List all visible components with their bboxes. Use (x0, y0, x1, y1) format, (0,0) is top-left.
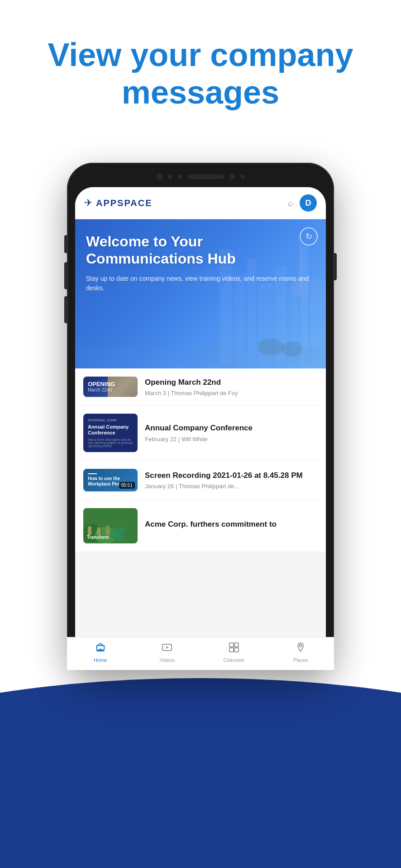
thumb-date-opening: March 22nd (88, 387, 115, 392)
camera-front (229, 174, 235, 179)
feed-item-title: Screen Recording 2021-01-26 at 8.45.28 P… (145, 471, 318, 480)
svg-rect-19 (97, 527, 100, 535)
feed-item-info: Acme Corp. furthers commitment to (145, 519, 318, 532)
nav-label-home: Home (94, 657, 107, 662)
earpiece (188, 175, 224, 179)
mute-button (64, 235, 67, 253)
svg-rect-28 (229, 648, 234, 652)
bottom-nav: Home Videos (75, 637, 326, 662)
feed-item-info: Screen Recording 2021-01-26 at 8.45.28 P… (145, 471, 318, 490)
feed-thumbnail-transform: Transform (83, 508, 138, 543)
phone-body: ✈ APPSPACE ⌕ D (67, 163, 334, 670)
app-logo-text: APPSPACE (96, 198, 153, 208)
phone-screen: ✈ APPSPACE ⌕ D (75, 187, 326, 662)
svg-rect-18 (88, 526, 91, 535)
app-header: ✈ APPSPACE ⌕ D (75, 187, 326, 219)
feed-item-title: Opening March 22nd (145, 377, 318, 387)
hero-title: Welcome to Your Communications Hub (86, 233, 315, 268)
home-icon (95, 642, 106, 656)
svg-rect-20 (106, 525, 110, 535)
volume-up-button (64, 262, 67, 289)
volume-down-button (64, 296, 67, 323)
user-avatar[interactable]: D (300, 194, 317, 212)
places-icon (295, 642, 306, 656)
search-icon[interactable]: ⌕ (288, 198, 293, 208)
header-actions: ⌕ D (288, 194, 317, 212)
svg-rect-26 (229, 643, 234, 647)
feed-item-meta: January 26 | Thomas Philippart de... (145, 483, 318, 490)
feed-item-meta: February 22 | Will White (145, 436, 318, 443)
sensor-mid (178, 175, 182, 179)
feed-item-info: Annual Company Conference February 22 | … (145, 423, 318, 442)
svg-point-30 (300, 645, 302, 647)
camera-left (156, 174, 162, 180)
hero-banner: ↻ Welcome to Your Communications Hub Sta… (75, 219, 326, 368)
channels-icon (229, 642, 239, 656)
thumb-conference-title: Annual Company Conference (88, 424, 133, 436)
thumb-label-opening: OPENING (88, 381, 115, 387)
feed-item-info: Opening March 22nd March 3 | Thomas Phil… (145, 377, 318, 396)
content-feed: OPENING March 22nd Opening March 22nd Ma… (75, 368, 326, 552)
hero-subtitle: Stay up to date on company news, view tr… (86, 274, 315, 293)
thumb-line (88, 473, 97, 474)
thumb-transform-label: Transform (87, 535, 109, 540)
thumb-conference-desc: Add a short description and an eye catch… (88, 438, 133, 448)
feed-thumbnail-conference: Internal conf. Annual Company Conference… (83, 414, 138, 452)
svg-marker-25 (166, 646, 169, 649)
feed-item[interactable]: How to use the Workplace Portal 00:51 Sc… (80, 461, 321, 500)
feed-thumbnail-recording: How to use the Workplace Portal 00:51 (83, 469, 138, 491)
phone-mockup: ✈ APPSPACE ⌕ D (67, 163, 334, 670)
feed-item-meta: March 3 | Thomas Philippart de Foy (145, 390, 318, 396)
feed-item-title: Annual Company Conference (145, 423, 318, 433)
nav-item-home[interactable]: Home (75, 642, 134, 662)
power-button (334, 253, 337, 280)
sensor-left (168, 175, 172, 179)
appspace-logo-icon: ✈ (84, 197, 92, 209)
phone-top-bar (75, 171, 326, 183)
nav-item-places[interactable]: Places (267, 642, 326, 662)
svg-rect-29 (234, 648, 239, 652)
nav-label-places: Places (293, 657, 308, 662)
feed-item-title: Acme Corp. furthers commitment to (145, 519, 318, 529)
feed-thumbnail-opening: OPENING March 22nd (83, 377, 138, 397)
app-logo: ✈ APPSPACE (84, 197, 153, 209)
hero-content: Welcome to Your Communications Hub Stay … (75, 219, 326, 368)
marketing-title: View your company messages (18, 36, 383, 111)
feed-item[interactable]: Internal conf. Annual Company Conference… (80, 406, 321, 460)
nav-label-videos: Videos (160, 657, 175, 662)
feed-item[interactable]: OPENING March 22nd Opening March 22nd Ma… (80, 368, 321, 406)
thumb-duration: 00:51 (119, 482, 135, 489)
nav-label-channels: Channels (224, 657, 244, 662)
marketing-header: View your company messages (0, 0, 401, 129)
videos-icon (162, 642, 172, 656)
svg-rect-27 (234, 643, 239, 647)
feed-item[interactable]: Transform Acme Corp. furthers commitment… (80, 500, 321, 552)
sensor-right (240, 175, 245, 179)
nav-item-videos[interactable]: Videos (134, 642, 201, 662)
nav-item-channels[interactable]: Channels (200, 642, 267, 662)
thumb-conference-subtitle: Internal conf. (88, 418, 118, 422)
